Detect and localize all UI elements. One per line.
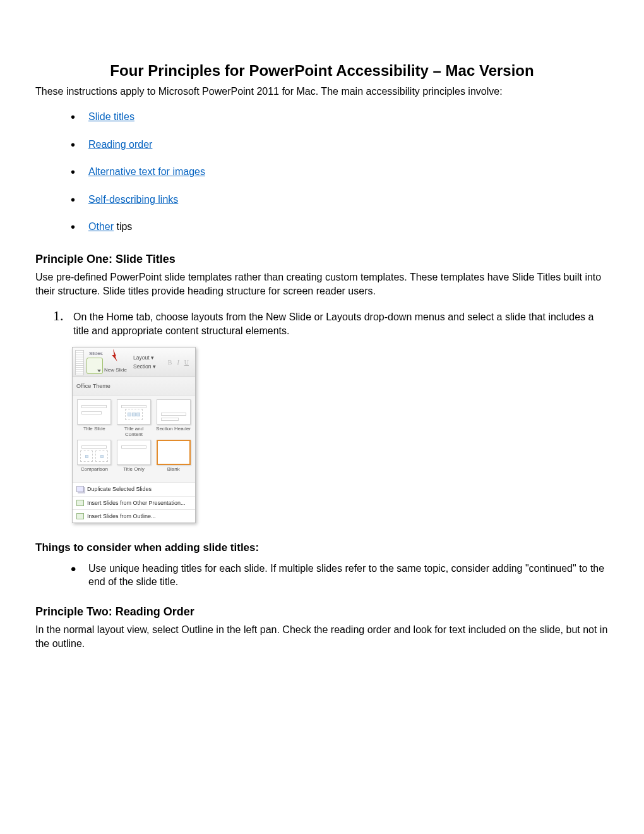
- layout-option: Title Only: [116, 440, 152, 477]
- menu-item-insert-outline: Insert Slides from Outline...: [73, 509, 195, 523]
- section-heading-principle-two: Principle Two: Reading Order: [35, 604, 609, 619]
- font-biu-group: BIU: [168, 358, 189, 367]
- document-title: Four Principles for PowerPoint Accessibi…: [35, 61, 609, 81]
- layout-thumbnails-grid: Title Slide Title and Content Section He…: [73, 396, 195, 483]
- toc-link-alt-text[interactable]: Alternative text for images: [88, 166, 205, 177]
- consider-item: Use unique heading titles for each slide…: [71, 562, 609, 589]
- menu-item-duplicate: Duplicate Selected Slides: [73, 482, 195, 495]
- layout-option: Title and Content: [116, 399, 152, 438]
- layout-caption: Section Header: [156, 426, 191, 437]
- screenshot-figure: Slides New Slide Layout ▾ Section ▾ BIU …: [72, 347, 609, 523]
- toc-link-reading-order[interactable]: Reading order: [88, 139, 152, 150]
- slides-group-label: Slides: [89, 351, 103, 358]
- toc-item: Other tips: [71, 220, 609, 234]
- duplicate-slides-icon: [76, 486, 84, 492]
- layout-option: Section Header: [155, 399, 191, 438]
- step-item: 1. On the Home tab, choose layouts from …: [53, 306, 609, 337]
- layout-thumb-title-slide: [77, 399, 111, 425]
- toc-item: Slide titles: [71, 110, 609, 124]
- toc-list: Slide titles Reading order Alternative t…: [71, 110, 609, 234]
- toc-link-self-describing[interactable]: Self-describing links: [88, 194, 178, 205]
- layout-thumb-section-header: [157, 399, 191, 425]
- layout-thumb-comparison: [77, 440, 111, 465]
- layout-option: Title Slide: [76, 399, 112, 438]
- red-arrow-annotation-icon: [110, 349, 122, 361]
- new-slide-label: New Slide: [104, 367, 127, 374]
- insert-from-presentation-icon: [76, 500, 84, 506]
- consider-heading: Things to consider when adding slide tit…: [35, 541, 609, 555]
- ribbon-aux-buttons: Layout ▾ Section ▾: [133, 354, 156, 371]
- layout-dropdown-label: Layout ▾: [133, 354, 156, 361]
- toc-link-other[interactable]: Other: [88, 221, 114, 232]
- step-list: 1. On the Home tab, choose layouts from …: [53, 306, 609, 337]
- ruler-icon: [75, 350, 84, 375]
- toc-item: Self-describing links: [71, 193, 609, 207]
- layout-thumb-blank-selected: [157, 440, 191, 465]
- principle-two-body: In the normal layout view, select Outlin…: [35, 623, 609, 650]
- intro-paragraph: These instructions apply to Microsoft Po…: [35, 85, 609, 99]
- ribbon-slides-group: Slides New Slide Layout ▾ Section ▾ BIU: [73, 348, 195, 377]
- layout-menu-footer: Duplicate Selected Slides Insert Slides …: [73, 482, 195, 522]
- step-text: On the Home tab, choose layouts from the…: [73, 310, 609, 337]
- powerpoint-layout-dropdown-screenshot: Slides New Slide Layout ▾ Section ▾ BIU …: [72, 347, 196, 523]
- toc-suffix: tips: [114, 221, 132, 232]
- toc-link-slide-titles[interactable]: Slide titles: [88, 111, 134, 122]
- layout-caption: Blank: [167, 467, 180, 477]
- section-heading-principle-one: Principle One: Slide Titles: [35, 251, 609, 267]
- svg-marker-0: [112, 349, 117, 361]
- section-dropdown-label: Section ▾: [133, 363, 156, 370]
- theme-header: Office Theme: [73, 377, 195, 396]
- layout-caption: Title Only: [123, 467, 145, 477]
- layout-thumb-title-content: [117, 399, 151, 425]
- layout-thumb-title-only: [117, 440, 151, 465]
- layout-option: Blank: [155, 440, 191, 477]
- new-slide-button: [86, 358, 103, 374]
- principle-one-body: Use pre-defined PowerPoint slide templat…: [35, 270, 609, 298]
- layout-caption: Comparison: [81, 467, 108, 477]
- layout-caption: Title and Content: [116, 426, 152, 438]
- consider-list: Use unique heading titles for each slide…: [71, 562, 609, 589]
- step-number: 1.: [53, 306, 67, 325]
- insert-from-outline-icon: [76, 513, 84, 519]
- toc-item: Reading order: [71, 138, 609, 152]
- layout-option: Comparison: [76, 440, 112, 477]
- toc-item: Alternative text for images: [71, 165, 609, 179]
- menu-item-insert-presentation: Insert Slides from Other Presentation...: [73, 496, 195, 509]
- layout-caption: Title Slide: [83, 426, 105, 437]
